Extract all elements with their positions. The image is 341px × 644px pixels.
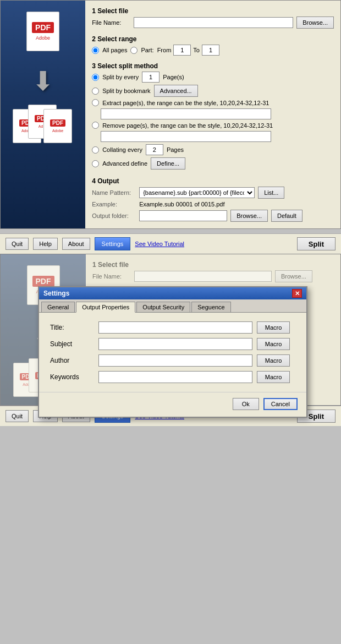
dialog-title: Settings: [43, 290, 69, 297]
default-button[interactable]: Default: [271, 210, 302, 222]
keywords-input[interactable]: [98, 371, 252, 383]
collating-label: Collating every: [102, 146, 142, 153]
output-folder-input[interactable]: [139, 210, 227, 221]
collating-row: Collating every Pages: [92, 144, 334, 155]
pattern-select[interactable]: {basename}.sub {part:00000} of {filecoun…: [139, 187, 255, 198]
author-input[interactable]: [98, 354, 252, 367]
adobe-mini-3: Adobe: [52, 129, 63, 133]
output-browse-button[interactable]: Browse...: [230, 210, 268, 222]
split-every-label: Split by every: [102, 74, 139, 80]
split-every-input[interactable]: [142, 72, 160, 83]
settings-dialog: Settings ✕ General Output Properties Out…: [38, 286, 307, 418]
range-from-to: From To: [157, 45, 219, 56]
file-name-label: File Name:: [92, 19, 130, 26]
file-name-label-2: File Name:: [92, 273, 131, 280]
split-button-1[interactable]: Split: [297, 237, 336, 250]
dialog-body: Title: Macro Subject Macro Author Macro …: [39, 313, 306, 392]
keywords-label: Keywords: [50, 373, 94, 381]
split-every-row: Split by every Page(s): [92, 72, 334, 83]
pages-label: Page(s): [163, 74, 184, 80]
collating-input[interactable]: [146, 144, 163, 155]
section-header-2: 2 Select range: [92, 35, 334, 43]
settings-button-1[interactable]: Settings: [95, 237, 131, 250]
radio-all-pages[interactable]: [92, 47, 99, 54]
split-bookmark-label: Split by bookmark: [102, 88, 150, 94]
arrow-down-icon: ⬇: [32, 68, 54, 95]
all-pages-label: All pages: [102, 47, 127, 53]
file-name-input-2: [134, 271, 272, 282]
section-output: 4 Output Name Pattern: {basename}.sub {p…: [92, 175, 334, 224]
file-name-input[interactable]: [134, 17, 293, 28]
tab-output-properties[interactable]: Output Properties: [76, 302, 135, 313]
example-row: Example: Example.sub 00001 of 0015.pdf: [92, 201, 334, 208]
ok-button[interactable]: Ok: [233, 398, 259, 410]
pdf-badge-mini-3: PDF: [50, 119, 65, 127]
radio-remove[interactable]: [92, 122, 99, 129]
advanced-button[interactable]: Advanced...: [154, 85, 198, 97]
title-macro-button[interactable]: Macro: [257, 321, 290, 334]
advanced-define-label: Advanced define: [102, 160, 147, 167]
properties-grid: Title: Macro Subject Macro Author Macro …: [50, 321, 295, 383]
pdf-mini-3: PDF Adobe: [43, 109, 72, 143]
collating-pages-label: Pages: [167, 146, 184, 153]
advanced-define-row: Advanced define Define...: [92, 157, 334, 170]
subject-label: Subject: [50, 340, 94, 348]
radio-split-every[interactable]: [92, 74, 99, 81]
extract-row: Extract page(s), the range can be the st…: [92, 99, 334, 106]
radio-part[interactable]: [130, 47, 138, 54]
remove-input[interactable]: [101, 131, 271, 142]
name-pattern-row: Name Pattern: {basename}.sub {part:00000…: [92, 187, 334, 199]
radio-split-bookmark[interactable]: [92, 88, 99, 95]
subject-macro-button[interactable]: Macro: [257, 338, 290, 350]
example-label: Example:: [92, 201, 136, 208]
tab-sequence[interactable]: Seguence: [191, 302, 231, 312]
split-method-block: Split by every Page(s) Split by bookmark…: [92, 72, 334, 170]
adobe-label-large: Adobe: [36, 35, 50, 41]
example-value: Example.sub 00001 of 0015.pdf: [139, 201, 224, 208]
section-select-file: 1 Select file File Name: Browse...: [92, 5, 334, 30]
tab-general[interactable]: General: [41, 302, 75, 312]
part-label: Part:: [141, 47, 153, 53]
radio-extract[interactable]: [92, 99, 99, 106]
tab-output-security[interactable]: Output Security: [136, 302, 190, 312]
extract-input[interactable]: [101, 108, 271, 119]
range-radio-group: All pages Part: From To: [92, 45, 334, 56]
author-macro-button[interactable]: Macro: [257, 354, 290, 367]
main-app-panel-2: PDF Adobe ⬇ PDF Adob PDF PDF Adobe: [0, 254, 341, 406]
section-select-range: 2 Select range All pages Part: From To: [92, 33, 334, 57]
cancel-button[interactable]: Cancel: [263, 398, 298, 410]
pdf-doc-large: PDF Adobe: [26, 12, 59, 51]
section-header-1: 1 Select file: [92, 7, 334, 15]
pdf-badge-2: PDF: [32, 276, 54, 287]
radio-advanced-define[interactable]: [92, 160, 99, 167]
file-name-row: File Name: Browse...: [92, 17, 334, 29]
range-from-input[interactable]: [173, 45, 191, 56]
video-tutorial-link-1[interactable]: See Video Tutorial: [135, 241, 184, 247]
range-to-input[interactable]: [202, 45, 219, 56]
radio-collate[interactable]: [92, 146, 99, 154]
browse-button-1[interactable]: Browse...: [296, 17, 334, 29]
split-bookmark-row: Split by bookmark Advanced...: [92, 85, 334, 97]
browse-button-2: Browse...: [275, 270, 312, 282]
define-button[interactable]: Define...: [151, 157, 185, 170]
quit-button-2[interactable]: Quit: [6, 410, 29, 422]
list-button[interactable]: List...: [258, 187, 284, 199]
quit-button-1[interactable]: Quit: [6, 238, 29, 250]
section-split-method: 3 Select split method Split by every Pag…: [92, 60, 334, 170]
dialog-close-button[interactable]: ✕: [292, 289, 302, 298]
section-header-3: 3 Select split method: [92, 62, 334, 70]
extract-label: Extract page(s), the range can be the st…: [102, 100, 269, 106]
dialog-footer: Ok Cancel: [39, 392, 306, 417]
subject-input[interactable]: [98, 338, 252, 350]
title-input[interactable]: [98, 321, 252, 334]
author-label: Author: [50, 357, 94, 364]
about-button-1[interactable]: About: [62, 238, 90, 250]
dialog-titlebar: Settings ✕: [39, 287, 306, 299]
pdf-icon-large: PDF Adobe: [21, 12, 65, 58]
remove-row: Remove page(s), the range can be the sty…: [92, 122, 334, 129]
from-label: From: [157, 47, 172, 53]
keywords-macro-button[interactable]: Macro: [257, 371, 290, 383]
remove-label: Remove page(s), the range can be the sty…: [102, 122, 273, 129]
title-label: Title:: [50, 324, 94, 331]
help-button-1[interactable]: Help: [33, 238, 58, 250]
